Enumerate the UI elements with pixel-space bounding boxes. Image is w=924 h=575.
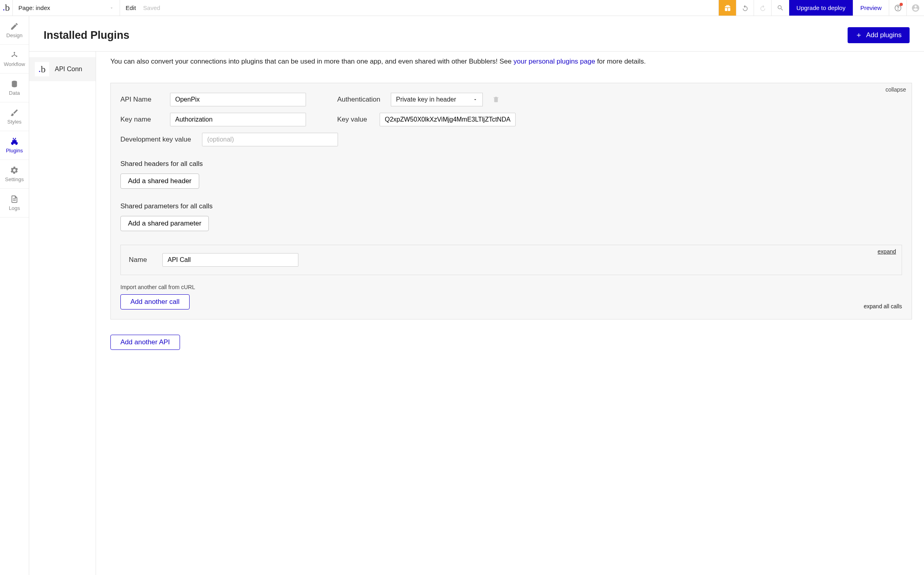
auth-label: Authentication bbox=[337, 96, 381, 104]
plugin-list: b API Conn bbox=[29, 52, 96, 575]
main-layout: Design Workflow Data Styles Plugins Sett… bbox=[0, 16, 924, 575]
redo-icon bbox=[759, 4, 766, 12]
shared-headers-label: Shared headers for all calls bbox=[120, 160, 902, 168]
add-shared-header-button[interactable]: Add a shared header bbox=[120, 174, 199, 189]
sidebar-item-workflow[interactable]: Workflow bbox=[0, 45, 29, 74]
main: Installed Plugins Add plugins b API Conn bbox=[29, 16, 924, 575]
chevron-down-icon bbox=[109, 6, 114, 10]
redo-button[interactable] bbox=[754, 0, 771, 16]
svg-point-2 bbox=[14, 52, 15, 54]
key-name-label: Key name bbox=[120, 116, 160, 124]
expand-link[interactable]: expand bbox=[878, 248, 896, 255]
user-icon bbox=[911, 4, 920, 12]
sidebar-item-plugins[interactable]: Plugins bbox=[0, 131, 29, 160]
notification-dot-icon bbox=[900, 3, 903, 6]
styles-icon bbox=[10, 108, 19, 117]
delete-api-button[interactable] bbox=[492, 96, 500, 104]
upgrade-button[interactable]: Upgrade to deploy bbox=[789, 0, 853, 16]
topbar-right: Upgrade to deploy Preview bbox=[718, 0, 924, 16]
svg-point-1 bbox=[898, 9, 898, 10]
undo-button[interactable] bbox=[736, 0, 754, 16]
sidebar-item-styles[interactable]: Styles bbox=[0, 102, 29, 131]
add-shared-param-button[interactable]: Add a shared parameter bbox=[120, 216, 209, 231]
dev-key-input[interactable] bbox=[202, 133, 338, 146]
plugin-card-api-connector[interactable]: b API Conn bbox=[29, 57, 96, 81]
bubble-logo-icon: b bbox=[3, 2, 10, 13]
gift-icon bbox=[724, 4, 731, 12]
design-icon bbox=[10, 22, 19, 31]
sidebar: Design Workflow Data Styles Plugins Sett… bbox=[0, 16, 29, 575]
api-name-label: API Name bbox=[120, 96, 160, 104]
chevron-down-icon bbox=[473, 97, 478, 102]
sidebar-item-settings[interactable]: Settings bbox=[0, 160, 29, 189]
call-name-label: Name bbox=[129, 256, 153, 264]
workflow-icon bbox=[10, 51, 19, 60]
search-icon bbox=[777, 4, 784, 12]
plugin-name: API Conn bbox=[55, 66, 82, 73]
search-button[interactable] bbox=[771, 0, 789, 16]
help-button[interactable] bbox=[889, 0, 906, 16]
plugin-logo: b bbox=[35, 62, 49, 76]
personal-plugins-link[interactable]: your personal plugins page bbox=[514, 58, 595, 65]
trash-icon bbox=[492, 96, 500, 103]
plugin-detail: You can also convert your connections in… bbox=[96, 52, 924, 575]
expand-all-calls-link[interactable]: expand all calls bbox=[864, 303, 902, 309]
key-value-input[interactable] bbox=[380, 113, 516, 126]
add-plugins-button[interactable]: Add plugins bbox=[848, 27, 910, 43]
edit-label[interactable]: Edit bbox=[126, 4, 136, 11]
key-name-input[interactable] bbox=[170, 113, 306, 126]
preview-button[interactable]: Preview bbox=[853, 0, 889, 16]
add-another-call-button[interactable]: Add another call bbox=[120, 294, 190, 309]
plus-icon bbox=[856, 32, 862, 38]
intro-text: You can also convert your connections in… bbox=[110, 52, 912, 67]
gift-button[interactable] bbox=[718, 0, 736, 16]
api-group: collapse API Name Authentication Private… bbox=[110, 83, 912, 319]
sidebar-item-data[interactable]: Data bbox=[0, 74, 29, 102]
page-title: Installed Plugins bbox=[44, 29, 130, 42]
sidebar-item-design[interactable]: Design bbox=[0, 16, 29, 45]
data-icon bbox=[10, 80, 19, 88]
gear-icon bbox=[10, 166, 19, 175]
page-selector[interactable]: Page: index bbox=[13, 0, 120, 16]
top-bar: b Page: index Edit Saved Upgrade to depl… bbox=[0, 0, 924, 16]
import-curl-label: Import another call from cURL bbox=[120, 284, 902, 290]
edit-status: Edit Saved bbox=[120, 0, 718, 16]
logs-icon bbox=[10, 195, 19, 204]
key-value-label: Key value bbox=[337, 116, 370, 124]
collapse-link[interactable]: collapse bbox=[886, 86, 906, 93]
app-logo[interactable]: b bbox=[0, 0, 13, 16]
content-row: b API Conn You can also convert your con… bbox=[29, 52, 924, 575]
undo-icon bbox=[742, 4, 749, 12]
api-call-box: expand Name bbox=[120, 245, 902, 275]
shared-params-label: Shared parameters for all calls bbox=[120, 202, 902, 210]
plugins-icon bbox=[10, 137, 19, 146]
add-another-api-button[interactable]: Add another API bbox=[110, 335, 180, 350]
dev-key-label: Development key value bbox=[120, 136, 192, 144]
sidebar-item-logs[interactable]: Logs bbox=[0, 189, 29, 218]
saved-label: Saved bbox=[143, 4, 160, 11]
api-name-input[interactable] bbox=[170, 93, 306, 106]
page-label: Page: index bbox=[18, 4, 50, 11]
call-name-input[interactable] bbox=[162, 253, 298, 267]
auth-select[interactable]: Private key in header bbox=[391, 93, 483, 106]
account-button[interactable] bbox=[906, 0, 924, 16]
main-header: Installed Plugins Add plugins bbox=[29, 16, 924, 52]
bubble-logo-icon: b bbox=[38, 64, 46, 75]
